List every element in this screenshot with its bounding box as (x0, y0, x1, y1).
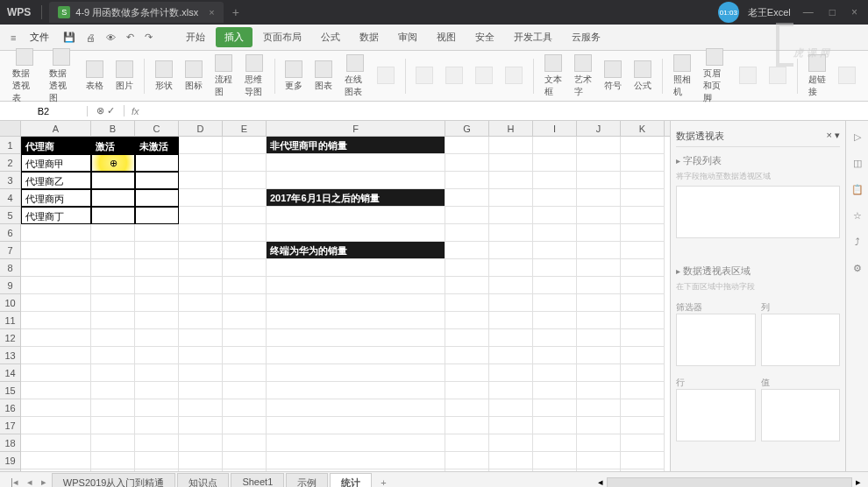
cell-F6[interactable] (267, 224, 445, 242)
fields-box[interactable] (676, 186, 840, 238)
cell-E18[interactable] (223, 434, 267, 452)
cell-C10[interactable] (135, 294, 179, 312)
cell-J9[interactable] (577, 277, 621, 294)
cell-F3[interactable] (267, 172, 445, 189)
col-header-E[interactable]: E (223, 121, 267, 136)
cell-C4[interactable] (135, 189, 179, 207)
ribbon-item15[interactable] (500, 65, 528, 88)
cell-B7[interactable] (91, 242, 135, 259)
cell-J17[interactable] (577, 417, 621, 434)
name-box[interactable]: B2 (0, 106, 88, 116)
col-header-K[interactable]: K (621, 121, 665, 136)
cell-J7[interactable] (577, 242, 621, 259)
cell-A6[interactable] (21, 224, 91, 242)
print-icon[interactable]: 🖨 (82, 32, 99, 43)
cell-E4[interactable] (223, 189, 267, 207)
cell-F13[interactable] (267, 347, 445, 364)
cell-D20[interactable] (179, 469, 223, 471)
cell-B13[interactable] (91, 347, 135, 364)
prev-sheet-icon[interactable]: ◂ (24, 476, 36, 487)
cell-I16[interactable] (533, 399, 577, 417)
cell-C13[interactable] (135, 347, 179, 364)
col-header-D[interactable]: D (179, 121, 223, 136)
cell-D19[interactable] (179, 452, 223, 469)
cell-K17[interactable] (621, 417, 665, 434)
cell-H3[interactable] (489, 172, 533, 189)
row-header-19[interactable]: 19 (0, 452, 21, 469)
ribbon-形状[interactable]: 形状 (150, 59, 178, 94)
cell-D1[interactable] (179, 137, 223, 154)
cell-H5[interactable] (489, 207, 533, 224)
cell-E19[interactable] (223, 452, 267, 469)
cell-B9[interactable] (91, 277, 135, 294)
cell-D18[interactable] (179, 434, 223, 452)
cell-C1[interactable]: 未激活 (135, 137, 179, 154)
cell-D10[interactable] (179, 294, 223, 312)
cell-J14[interactable] (577, 364, 621, 382)
cell-I20[interactable] (533, 469, 577, 471)
cell-J5[interactable] (577, 207, 621, 224)
ribbon-公式[interactable]: 公式 (629, 59, 657, 94)
cell-I14[interactable] (533, 364, 577, 382)
ribbon-超链接[interactable]: 超链接 (803, 53, 831, 100)
cell-F16[interactable] (267, 399, 445, 417)
cell-G9[interactable] (445, 277, 489, 294)
cell-A15[interactable] (21, 382, 91, 399)
cell-D2[interactable] (179, 154, 223, 172)
cell-E10[interactable] (223, 294, 267, 312)
cell-I9[interactable] (533, 277, 577, 294)
cell-K6[interactable] (621, 224, 665, 242)
cell-A16[interactable] (21, 399, 91, 417)
cell-C3[interactable] (135, 172, 179, 189)
cell-J12[interactable] (577, 329, 621, 347)
cell-B10[interactable] (91, 294, 135, 312)
row-header-2[interactable]: 2 (0, 154, 21, 172)
cell-H13[interactable] (489, 347, 533, 364)
cell-F1[interactable]: 非代理商甲的销量 (267, 137, 445, 154)
cell-A9[interactable] (21, 277, 91, 294)
maximize-icon[interactable]: □ (826, 6, 839, 18)
cell-G14[interactable] (445, 364, 489, 382)
ribbon-item12[interactable] (410, 65, 438, 88)
cell-A10[interactable] (21, 294, 91, 312)
cell-K14[interactable] (621, 364, 665, 382)
scroll-right-icon[interactable]: ▸ (856, 476, 861, 487)
row-header-13[interactable]: 13 (0, 347, 21, 364)
cell-H6[interactable] (489, 224, 533, 242)
cell-G11[interactable] (445, 312, 489, 329)
cell-B19[interactable] (91, 452, 135, 469)
cell-D17[interactable] (179, 417, 223, 434)
cell-H14[interactable] (489, 364, 533, 382)
col-header-F[interactable]: F (267, 121, 445, 136)
cell-H4[interactable] (489, 189, 533, 207)
sheet-tab-0[interactable]: WPS2019从入门到精通 (52, 473, 176, 488)
cell-G16[interactable] (445, 399, 489, 417)
add-sheet-button[interactable]: + (374, 477, 393, 488)
spreadsheet-grid[interactable]: ABCDEFGHIJK 1234567891011121314151617181… (0, 121, 670, 471)
row-header-1[interactable]: 1 (0, 137, 21, 154)
cell-G19[interactable] (445, 452, 489, 469)
cell-A2[interactable]: 代理商甲 (21, 154, 91, 172)
select-tool-icon[interactable]: ▷ (850, 130, 864, 144)
ribbon-item22[interactable] (734, 65, 762, 88)
cell-E7[interactable] (223, 242, 267, 259)
cell-H11[interactable] (489, 312, 533, 329)
ribbon-符号[interactable]: 符号 (599, 59, 627, 94)
cell-A5[interactable]: 代理商丁 (21, 207, 91, 224)
menu-tab-4[interactable]: 数据 (351, 27, 388, 47)
row-header-4[interactable]: 4 (0, 189, 21, 207)
cell-C20[interactable] (135, 469, 179, 471)
cell-F17[interactable] (267, 417, 445, 434)
cell-H15[interactable] (489, 382, 533, 399)
cell-I10[interactable] (533, 294, 577, 312)
clipboard-icon[interactable]: 📋 (850, 182, 864, 196)
menu-tab-5[interactable]: 审阅 (389, 27, 426, 47)
col-area[interactable] (761, 314, 841, 366)
menu-tab-7[interactable]: 安全 (466, 27, 503, 47)
cell-B18[interactable] (91, 434, 135, 452)
cell-H1[interactable] (489, 137, 533, 154)
cell-I12[interactable] (533, 329, 577, 347)
cell-C14[interactable] (135, 364, 179, 382)
col-header-I[interactable]: I (533, 121, 577, 136)
row-header-15[interactable]: 15 (0, 382, 21, 399)
